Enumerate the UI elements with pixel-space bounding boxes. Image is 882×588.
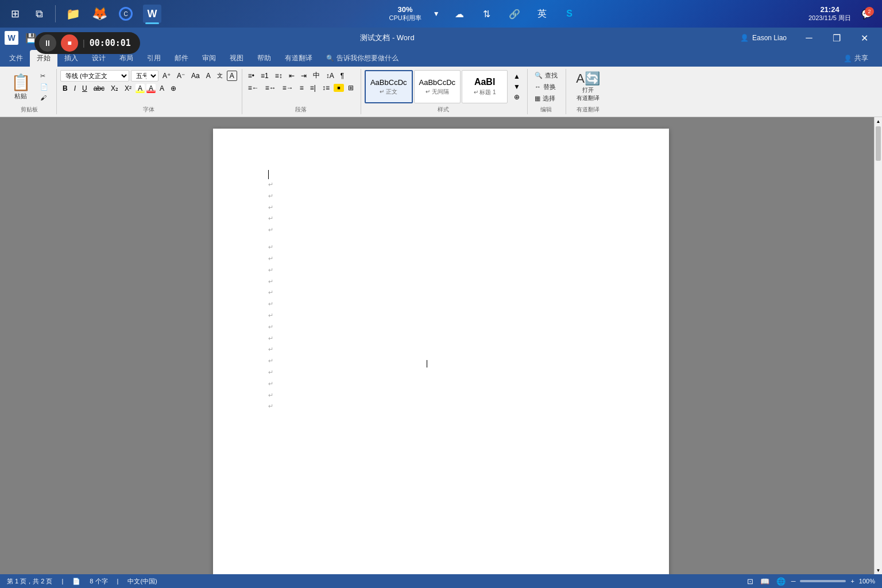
user-section[interactable]: 👤 Eason Liao [736, 33, 791, 43]
subscript-button[interactable]: X₂ [109, 84, 121, 93]
tab-view[interactable]: 视图 [223, 50, 250, 67]
tab-youdao[interactable]: 有道翻译 [278, 50, 319, 67]
line-spacing-button[interactable]: ↕≡ [320, 83, 332, 92]
sort-button[interactable]: ↕A [324, 71, 336, 80]
document-page[interactable]: ↵ ↵ ↵ ↵ ↵ I ↵ ↵ ↵ ↵ ↵ ↵ ↵ ↵ ↵ ↵ ↵ ↵ ↵ ↵ … [213, 129, 669, 574]
multilevel-list-button[interactable]: ≡↕ [273, 71, 285, 80]
format-painter-button[interactable]: 🖌 [37, 92, 52, 103]
font-shading-button[interactable]: A [157, 84, 167, 93]
paste-button[interactable]: 📋 粘贴 [7, 70, 34, 103]
file-explorer-button[interactable]: 📁 [61, 2, 84, 25]
zoom-level[interactable]: 100% [859, 578, 875, 585]
align-right-button[interactable]: ≡→ [280, 83, 296, 92]
style-heading1[interactable]: AaBl ↵ 标题 1 [462, 70, 508, 103]
phonetic-button[interactable]: 文 [215, 71, 225, 80]
font-name-dropdown[interactable]: 等线 (中文正文 [60, 70, 129, 82]
copy-button[interactable]: 📄 [37, 82, 52, 92]
zoom-decrease-button[interactable]: ─ [791, 578, 796, 585]
shading-button[interactable]: ■ [334, 84, 344, 92]
recording-pause-button[interactable]: ⏸ [39, 34, 56, 52]
distributed-button[interactable]: ≡| [308, 83, 318, 92]
italic-button[interactable]: I [72, 84, 78, 93]
taskbar: ⊞ ⧉ 📁 🦊 C W 30% CPU利用率 ▼ ☁ ⇅ 🔗 英 S 21: [0, 0, 882, 28]
zoom-slider[interactable] [800, 580, 846, 582]
document-area[interactable]: ↵ ↵ ↵ ↵ ↵ I ↵ ↵ ↵ ↵ ↵ ↵ ↵ ↵ ↵ ↵ ↵ ↵ ↵ ↵ … [0, 117, 882, 574]
align-left-button[interactable]: ≡← [246, 83, 261, 92]
style-nospace[interactable]: AaBbCcDc ↵ 无间隔 [414, 70, 461, 103]
print-view-button[interactable]: ⊡ [746, 576, 755, 587]
scroll-thumb[interactable] [876, 126, 881, 161]
font-case-button[interactable]: Aa [189, 71, 202, 80]
scroll-down-button[interactable]: ▼ [875, 566, 882, 574]
youdao-translate-button[interactable]: A🔄 打开 有道翻译 [570, 70, 606, 103]
task-view-icon: ⧉ [36, 8, 43, 20]
chinese-layout-button[interactable]: 中 [311, 70, 322, 81]
font-color-button[interactable]: A [146, 84, 156, 93]
increase-indent-button[interactable]: ⇥ [299, 71, 309, 80]
recording-stop-button[interactable]: ■ [61, 34, 78, 52]
cpu-info[interactable]: 30% CPU利用率 [389, 5, 421, 22]
sync-tray-icon[interactable]: ⇅ [479, 6, 495, 22]
notification-button[interactable]: 💬 2 [859, 6, 875, 22]
datetime-widget[interactable]: 21:24 2023/11/5 周日 [805, 4, 854, 24]
borders-button[interactable]: ⊞ [346, 83, 356, 92]
read-view-button[interactable]: 📖 [759, 576, 771, 587]
increase-font-button[interactable]: A⁺ [160, 71, 173, 80]
decrease-indent-button[interactable]: ⇤ [287, 71, 297, 80]
find-button[interactable]: 🔍 查找 [531, 70, 561, 80]
char-border-button[interactable]: A [227, 71, 237, 81]
numbering-button[interactable]: ≡1 [258, 71, 271, 80]
bold-button[interactable]: B [60, 84, 70, 93]
status-bar: 第 1 页，共 2 页 | 📄 8 个字 | 中文(中国) ⊡ 📖 🌐 ─ + … [0, 574, 882, 588]
close-icon: ✕ [861, 33, 868, 44]
replace-icon: ↔ [535, 83, 541, 90]
scroll-up-button[interactable]: ▲ [875, 117, 882, 125]
font-size-dropdown[interactable]: 五号 [131, 70, 158, 82]
chrome-button[interactable]: C [114, 2, 137, 25]
underline-button[interactable]: U [80, 84, 90, 93]
zoom-increase-button[interactable]: + [850, 578, 854, 585]
char-effects-button[interactable]: ⊕ [168, 84, 179, 93]
cloud-tray-icon[interactable]: ☁ [451, 6, 467, 22]
styles-scroll-up[interactable]: ▲ [511, 72, 523, 81]
styles-more[interactable]: ⊕ [511, 92, 523, 102]
word-count[interactable]: 8 个字 [90, 577, 107, 586]
page-info[interactable]: 第 1 页，共 2 页 [7, 577, 52, 586]
tab-file[interactable]: 文件 [2, 50, 30, 67]
align-center-button[interactable]: ≡↔ [263, 83, 278, 92]
strikethrough-button[interactable]: abc [91, 84, 107, 93]
style-normal[interactable]: AaBbCcDc ↵ 正文 [365, 70, 413, 103]
start-button[interactable]: ⊞ [5, 3, 25, 24]
minimize-button[interactable]: ─ [796, 28, 822, 48]
clear-format-button[interactable]: A [204, 71, 213, 80]
share-button[interactable]: 👤 共享 [837, 50, 875, 67]
replace-button[interactable]: ↔ 替换 [531, 82, 559, 92]
close-button[interactable]: ✕ [851, 28, 877, 48]
paragraph-label: 段落 [246, 105, 356, 114]
web-view-button[interactable]: 🌐 [775, 576, 787, 587]
select-button[interactable]: ▦ 选择 [531, 93, 559, 103]
ime-tray-icon[interactable]: 英 [534, 6, 550, 22]
bullets-button[interactable]: ≡• [246, 71, 257, 80]
justify-button[interactable]: ≡ [297, 83, 306, 92]
word-button[interactable]: W [141, 2, 164, 25]
restore-button[interactable]: ❐ [823, 28, 850, 48]
decrease-font-button[interactable]: A⁻ [175, 71, 187, 80]
tab-search[interactable]: 🔍 告诉我你想要做什么 [319, 50, 405, 67]
firefox-button[interactable]: 🦊 [88, 2, 111, 25]
language-display[interactable]: 中文(中国) [127, 577, 157, 586]
show-formatting-button[interactable]: ¶ [338, 71, 346, 80]
tab-mailings[interactable]: 邮件 [168, 50, 195, 67]
tab-references[interactable]: 引用 [140, 50, 168, 67]
font-color-highlight-button[interactable]: A [136, 84, 145, 93]
cpu-dropdown-icon[interactable]: ▼ [433, 10, 440, 18]
tab-review[interactable]: 审阅 [195, 50, 223, 67]
cut-button[interactable]: ✂ [37, 71, 52, 81]
link-tray-icon[interactable]: 🔗 [506, 6, 523, 22]
i-beam-cursor[interactable]: I [425, 358, 428, 370]
skype-tray-icon[interactable]: S [562, 6, 578, 22]
task-view-button[interactable]: ⧉ [29, 3, 49, 24]
superscript-button[interactable]: X² [122, 84, 134, 93]
styles-scroll-down[interactable]: ▼ [511, 82, 523, 91]
tab-help[interactable]: 帮助 [250, 50, 278, 67]
